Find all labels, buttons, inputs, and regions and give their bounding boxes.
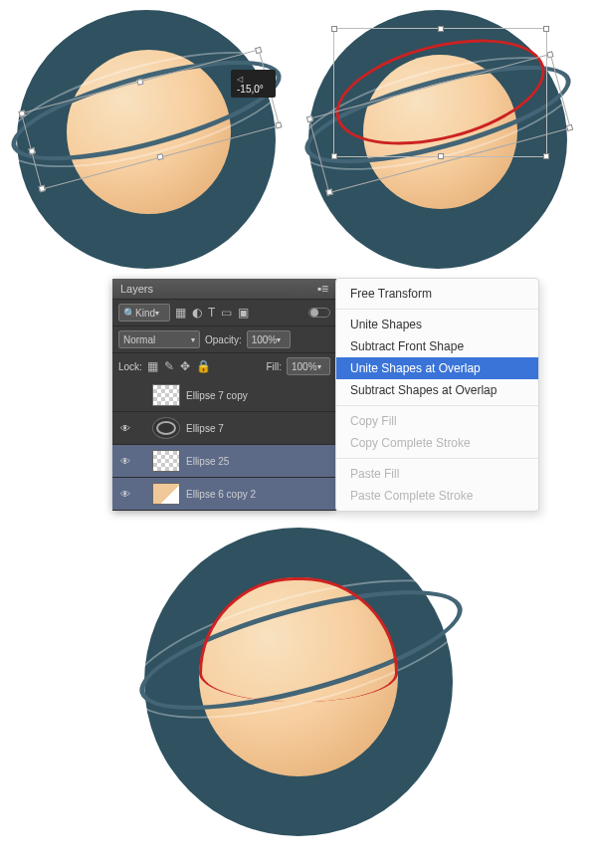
layer-list: Ellipse 7 copy👁Ellipse 7👁Ellipse 25👁Elli… xyxy=(112,379,336,511)
filter-adjust-icon[interactable]: ◐ xyxy=(192,306,202,320)
planet-artboard-3 xyxy=(144,528,453,836)
layer-thumbnail[interactable] xyxy=(152,417,180,439)
handle-n[interactable] xyxy=(136,79,143,86)
opacity-select[interactable]: 100% ▾ xyxy=(247,330,291,348)
layer-row[interactable]: Ellipse 7 copy xyxy=(112,379,336,412)
handle-nw[interactable] xyxy=(18,109,25,116)
menu-item[interactable]: Unite Shapes at Overlap xyxy=(336,357,538,379)
planet-artboard-2 xyxy=(308,10,567,269)
handle-nw[interactable] xyxy=(306,115,313,122)
handle-ne[interactable] xyxy=(546,51,553,58)
layer-thumbnail[interactable] xyxy=(152,384,180,406)
panel-menu-icon[interactable]: ▪≡ xyxy=(317,285,328,293)
handle-nw[interactable] xyxy=(331,26,337,32)
menu-item: Paste Complete Stroke xyxy=(336,485,538,507)
filter-type-icon[interactable]: T xyxy=(208,306,215,320)
menu-separator xyxy=(336,458,538,459)
handle-n[interactable] xyxy=(438,26,444,32)
lock-all-icon[interactable]: 🔒 xyxy=(196,359,211,373)
layer-name: Ellipse 7 copy xyxy=(186,390,248,401)
menu-item: Copy Complete Stroke xyxy=(336,432,538,454)
context-menu: Free TransformUnite ShapesSubtract Front… xyxy=(335,278,539,512)
filter-pixel-icon[interactable]: ▦ xyxy=(175,306,186,320)
fill-select[interactable]: 100% ▾ xyxy=(287,357,330,375)
filter-icons: ▦ ◐ T ▭ ▣ xyxy=(175,306,249,320)
menu-separator xyxy=(336,309,538,310)
lock-move-icon[interactable]: ✥ xyxy=(180,359,190,373)
layers-panel: Layers ▪≡ 🔍 Kind ▾ ▦ ◐ T ▭ ▣ Normal ▾ Op… xyxy=(112,279,336,511)
menu-item[interactable]: Free Transform xyxy=(336,283,538,305)
planet-artboard-1: -15,0° xyxy=(17,10,276,269)
layer-row[interactable]: 👁Ellipse 6 copy 2 xyxy=(112,478,336,511)
filter-shape-icon[interactable]: ▭ xyxy=(221,306,232,320)
blend-row: Normal ▾ Opacity: 100% ▾ xyxy=(112,326,336,352)
menu-item: Paste Fill xyxy=(336,463,538,485)
layer-thumbnail[interactable] xyxy=(152,450,180,472)
layer-row[interactable]: 👁Ellipse 25 xyxy=(112,445,336,478)
panel-title: Layers xyxy=(120,283,153,295)
handle-w[interactable] xyxy=(29,147,36,154)
opacity-label: Opacity: xyxy=(205,334,242,345)
handle-se[interactable] xyxy=(543,153,549,159)
visibility-icon[interactable]: 👁 xyxy=(118,456,132,467)
handle-ne[interactable] xyxy=(543,26,549,32)
blend-mode-select[interactable]: Normal ▾ xyxy=(118,330,200,348)
lock-trans-icon[interactable]: ▦ xyxy=(147,359,158,373)
layer-name: Ellipse 25 xyxy=(186,456,229,467)
menu-item[interactable]: Subtract Front Shape xyxy=(336,335,538,357)
layer-name: Ellipse 6 copy 2 xyxy=(186,489,256,500)
angle-tooltip: -15,0° xyxy=(231,70,276,98)
filter-smart-icon[interactable]: ▣ xyxy=(238,306,249,320)
panel-title-bar[interactable]: Layers ▪≡ xyxy=(112,279,336,299)
menu-item[interactable]: Subtract Shapes at Overlap xyxy=(336,379,538,401)
lock-row: Lock: ▦ ✎ ✥ 🔒 Fill: 100% ▾ xyxy=(112,352,336,379)
menu-separator xyxy=(336,405,538,406)
handle-se[interactable] xyxy=(275,121,282,128)
lock-paint-icon[interactable]: ✎ xyxy=(164,359,174,373)
menu-item: Copy Fill xyxy=(336,410,538,432)
filter-toggle[interactable] xyxy=(308,308,330,318)
handle-se[interactable] xyxy=(566,124,573,131)
visibility-icon[interactable]: 👁 xyxy=(118,423,132,434)
menu-item[interactable]: Unite Shapes xyxy=(336,314,538,335)
lock-label: Lock: xyxy=(118,361,142,372)
fill-label: Fill: xyxy=(266,361,282,372)
layer-thumbnail[interactable] xyxy=(152,483,180,505)
visibility-icon[interactable]: 👁 xyxy=(118,489,132,500)
layer-row[interactable]: 👁Ellipse 7 xyxy=(112,412,336,445)
filter-kind-select[interactable]: 🔍 Kind ▾ xyxy=(118,304,170,322)
filter-row: 🔍 Kind ▾ ▦ ◐ T ▭ ▣ xyxy=(112,299,336,326)
layer-name: Ellipse 7 xyxy=(186,423,224,434)
